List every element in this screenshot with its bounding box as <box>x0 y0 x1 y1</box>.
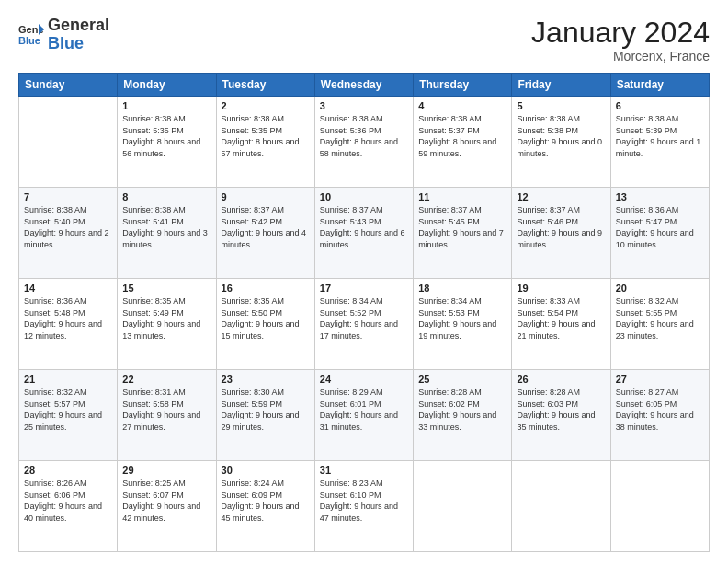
calendar-cell: 16Sunrise: 8:35 AMSunset: 5:50 PMDayligh… <box>216 279 314 370</box>
calendar-cell: 14Sunrise: 8:36 AMSunset: 5:48 PMDayligh… <box>19 279 118 370</box>
calendar-cell: 31Sunrise: 8:23 AMSunset: 6:10 PMDayligh… <box>314 461 413 552</box>
cell-info: Sunrise: 8:26 AMSunset: 6:06 PMDaylight:… <box>24 477 112 523</box>
cell-info: Sunrise: 8:34 AMSunset: 5:52 PMDaylight:… <box>320 295 408 341</box>
cell-info: Sunrise: 8:30 AMSunset: 5:59 PMDaylight:… <box>222 386 310 432</box>
cell-info: Sunrise: 8:36 AMSunset: 5:48 PMDaylight:… <box>24 295 112 341</box>
weekday-header-thursday: Thursday <box>414 74 512 97</box>
calendar-cell: 22Sunrise: 8:31 AMSunset: 5:58 PMDayligh… <box>118 370 216 461</box>
calendar-cell: 25Sunrise: 8:28 AMSunset: 6:02 PMDayligh… <box>414 370 512 461</box>
logo-icon: General Blue <box>18 22 44 48</box>
day-number: 13 <box>616 191 704 202</box>
day-number: 26 <box>517 373 605 385</box>
calendar-cell <box>512 461 610 552</box>
day-number: 7 <box>24 191 112 202</box>
cell-info: Sunrise: 8:38 AMSunset: 5:35 PMDaylight:… <box>122 113 210 159</box>
weekday-header-wednesday: Wednesday <box>314 74 413 97</box>
weekday-header-sunday: Sunday <box>19 74 118 97</box>
calendar-cell: 12Sunrise: 8:37 AMSunset: 5:46 PMDayligh… <box>512 188 610 279</box>
svg-text:Blue: Blue <box>18 35 40 46</box>
week-row-3: 21Sunrise: 8:32 AMSunset: 5:57 PMDayligh… <box>19 370 710 461</box>
day-number: 31 <box>320 465 408 476</box>
calendar-cell: 18Sunrise: 8:34 AMSunset: 5:53 PMDayligh… <box>414 279 512 370</box>
cell-info: Sunrise: 8:37 AMSunset: 5:46 PMDaylight:… <box>517 204 605 250</box>
day-number: 11 <box>418 191 506 202</box>
cell-info: Sunrise: 8:38 AMSunset: 5:37 PMDaylight:… <box>418 113 506 159</box>
calendar-cell: 30Sunrise: 8:24 AMSunset: 6:09 PMDayligh… <box>216 461 314 552</box>
calendar-cell: 2Sunrise: 8:38 AMSunset: 5:35 PMDaylight… <box>216 97 314 188</box>
calendar-cell: 6Sunrise: 8:38 AMSunset: 5:39 PMDaylight… <box>610 97 709 188</box>
day-number: 23 <box>222 373 310 385</box>
calendar-cell: 1Sunrise: 8:38 AMSunset: 5:35 PMDaylight… <box>118 97 216 188</box>
day-number: 18 <box>418 282 506 293</box>
weekday-header-saturday: Saturday <box>610 74 709 97</box>
cell-info: Sunrise: 8:28 AMSunset: 6:03 PMDaylight:… <box>517 386 605 432</box>
week-row-2: 14Sunrise: 8:36 AMSunset: 5:48 PMDayligh… <box>19 279 710 370</box>
day-number: 1 <box>122 100 210 111</box>
calendar-cell: 27Sunrise: 8:27 AMSunset: 6:05 PMDayligh… <box>610 370 709 461</box>
day-number: 22 <box>122 373 210 385</box>
cell-info: Sunrise: 8:24 AMSunset: 6:09 PMDaylight:… <box>222 477 310 523</box>
calendar-cell: 4Sunrise: 8:38 AMSunset: 5:37 PMDaylight… <box>414 97 512 188</box>
logo-text: General Blue <box>48 17 109 53</box>
logo: General Blue General Blue <box>18 17 109 53</box>
day-number: 21 <box>24 373 112 385</box>
cell-info: Sunrise: 8:36 AMSunset: 5:47 PMDaylight:… <box>616 204 704 250</box>
calendar-cell: 26Sunrise: 8:28 AMSunset: 6:03 PMDayligh… <box>512 370 610 461</box>
calendar-cell: 9Sunrise: 8:37 AMSunset: 5:42 PMDaylight… <box>216 188 314 279</box>
day-number: 4 <box>418 100 506 111</box>
month-title: January 2024 <box>531 17 710 49</box>
cell-info: Sunrise: 8:31 AMSunset: 5:58 PMDaylight:… <box>122 386 210 432</box>
cell-info: Sunrise: 8:38 AMSunset: 5:40 PMDaylight:… <box>24 204 112 250</box>
calendar-cell: 19Sunrise: 8:33 AMSunset: 5:54 PMDayligh… <box>512 279 610 370</box>
cell-info: Sunrise: 8:38 AMSunset: 5:38 PMDaylight:… <box>517 113 605 159</box>
day-number: 9 <box>222 191 310 202</box>
calendar-cell: 29Sunrise: 8:25 AMSunset: 6:07 PMDayligh… <box>118 461 216 552</box>
calendar-cell: 23Sunrise: 8:30 AMSunset: 5:59 PMDayligh… <box>216 370 314 461</box>
cell-info: Sunrise: 8:28 AMSunset: 6:02 PMDaylight:… <box>418 386 506 432</box>
cell-info: Sunrise: 8:37 AMSunset: 5:42 PMDaylight:… <box>222 204 310 250</box>
calendar-cell: 15Sunrise: 8:35 AMSunset: 5:49 PMDayligh… <box>118 279 216 370</box>
weekday-header-row: SundayMondayTuesdayWednesdayThursdayFrid… <box>19 74 710 97</box>
cell-info: Sunrise: 8:29 AMSunset: 6:01 PMDaylight:… <box>320 386 408 432</box>
calendar-cell: 7Sunrise: 8:38 AMSunset: 5:40 PMDaylight… <box>19 188 118 279</box>
cell-info: Sunrise: 8:25 AMSunset: 6:07 PMDaylight:… <box>122 477 210 523</box>
calendar-cell <box>414 461 512 552</box>
day-number: 29 <box>122 465 210 476</box>
cell-info: Sunrise: 8:35 AMSunset: 5:50 PMDaylight:… <box>222 295 310 341</box>
calendar-cell: 13Sunrise: 8:36 AMSunset: 5:47 PMDayligh… <box>610 188 709 279</box>
page: General Blue General Blue January 2024 M… <box>0 0 728 563</box>
cell-info: Sunrise: 8:37 AMSunset: 5:45 PMDaylight:… <box>418 204 506 250</box>
day-number: 8 <box>122 191 210 202</box>
cell-info: Sunrise: 8:37 AMSunset: 5:43 PMDaylight:… <box>320 204 408 250</box>
header: General Blue General Blue January 2024 M… <box>18 17 710 63</box>
day-number: 19 <box>517 282 605 293</box>
calendar-cell <box>610 461 709 552</box>
weekday-header-friday: Friday <box>512 74 610 97</box>
cell-info: Sunrise: 8:38 AMSunset: 5:35 PMDaylight:… <box>222 113 310 159</box>
calendar-cell: 8Sunrise: 8:38 AMSunset: 5:41 PMDaylight… <box>118 188 216 279</box>
day-number: 17 <box>320 282 408 293</box>
weekday-header-monday: Monday <box>118 74 216 97</box>
cell-info: Sunrise: 8:32 AMSunset: 5:55 PMDaylight:… <box>616 295 704 341</box>
calendar-cell: 21Sunrise: 8:32 AMSunset: 5:57 PMDayligh… <box>19 370 118 461</box>
calendar-cell: 17Sunrise: 8:34 AMSunset: 5:52 PMDayligh… <box>314 279 413 370</box>
cell-info: Sunrise: 8:38 AMSunset: 5:36 PMDaylight:… <box>320 113 408 159</box>
calendar-cell: 10Sunrise: 8:37 AMSunset: 5:43 PMDayligh… <box>314 188 413 279</box>
calendar-cell: 11Sunrise: 8:37 AMSunset: 5:45 PMDayligh… <box>414 188 512 279</box>
day-number: 25 <box>418 373 506 385</box>
cell-info: Sunrise: 8:33 AMSunset: 5:54 PMDaylight:… <box>517 295 605 341</box>
calendar-cell: 3Sunrise: 8:38 AMSunset: 5:36 PMDaylight… <box>314 97 413 188</box>
day-number: 16 <box>222 282 310 293</box>
cell-info: Sunrise: 8:38 AMSunset: 5:39 PMDaylight:… <box>616 113 704 159</box>
cell-info: Sunrise: 8:34 AMSunset: 5:53 PMDaylight:… <box>418 295 506 341</box>
day-number: 10 <box>320 191 408 202</box>
day-number: 3 <box>320 100 408 111</box>
cell-info: Sunrise: 8:38 AMSunset: 5:41 PMDaylight:… <box>122 204 210 250</box>
cell-info: Sunrise: 8:27 AMSunset: 6:05 PMDaylight:… <box>616 386 704 432</box>
weekday-header-tuesday: Tuesday <box>216 74 314 97</box>
cell-info: Sunrise: 8:35 AMSunset: 5:49 PMDaylight:… <box>122 295 210 341</box>
day-number: 30 <box>222 465 310 476</box>
day-number: 14 <box>24 282 112 293</box>
day-number: 20 <box>616 282 704 293</box>
day-number: 6 <box>616 100 704 111</box>
